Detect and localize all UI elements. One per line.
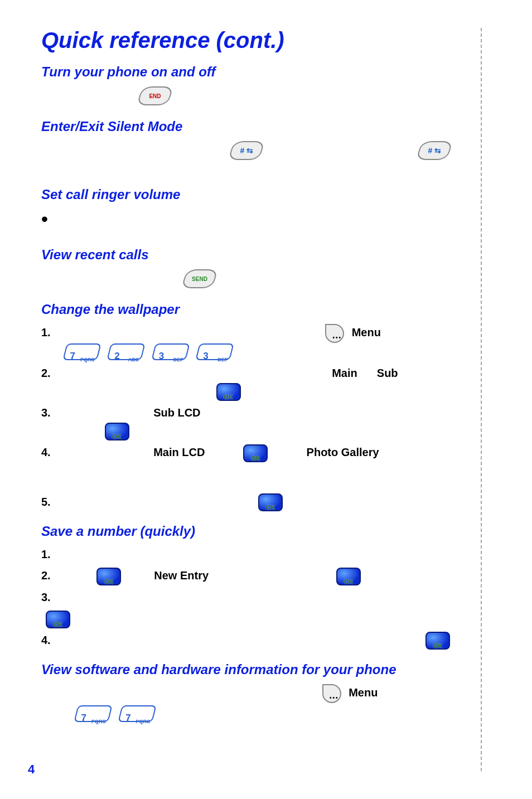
list-item: 2. New Entry [41,565,482,587]
list-item: 5. [41,491,482,513]
save-number-steps: 1. 2. New Entry 3. 4. [41,544,482,651]
left-softkey-icon: ••• [322,684,341,703]
page-number: 4 [28,762,35,777]
page-content: Quick reference (cont.) Turn your phone … [41,28,482,724]
section-silent-mode: Enter/Exit Silent Mode [41,119,482,134]
section-ringer-volume: Set call ringer volume [41,187,482,202]
ok-key-icon [336,568,361,585]
section-view-info: View software and hardware information f… [41,662,482,677]
step-number: 5. [41,491,58,512]
step-number: 1. [41,322,58,343]
photo-gallery-label: Photo Gallery [307,446,379,458]
section-recent-calls: View recent calls [41,247,482,263]
key-3-icon: 3DEF [153,343,188,360]
main-lcd-label: Main LCD [153,446,205,458]
sub-label: Sub [377,367,398,379]
list-item: 1. [41,544,482,565]
send-key-icon: SEND [184,269,215,288]
wallpaper-steps: 1. ••• Menu 7PQRS 2ABC 3DEF 3DEF 2. Main… [41,322,482,512]
section-wallpaper: Change the wallpaper [41,302,482,317]
section-save-number: Save a number (quickly) [41,524,482,539]
step-number: 2. [41,565,58,586]
sub-lcd-label: Sub LCD [153,406,200,419]
ok-key-icon [105,423,129,440]
step-number: 4. [41,442,58,463]
section-turn-phone: Turn your phone on and off [41,64,482,80]
ok-key-icon [258,493,283,511]
list-item [41,380,482,402]
ok-key-icon [46,611,70,628]
end-key-icon: END [139,86,171,105]
hash-key-icon: # ⇆ [231,141,262,160]
page-title: Quick reference (cont.) [41,28,482,53]
key-7-icon: 7PQRS [76,705,110,722]
ok-key-icon [96,568,121,585]
list-item: 3. [41,587,482,629]
menu-label: Menu [352,326,381,338]
hash-key-icon: # ⇆ [419,141,450,160]
bullet-icon: • [41,213,48,224]
left-softkey-icon: ••• [325,324,344,343]
list-item [41,420,482,442]
menu-label: Menu [349,686,378,699]
ok-key-icon [243,444,268,462]
key-7-icon: 7PQRS [120,705,154,722]
list-item: 4. [41,629,482,651]
new-entry-label: New Entry [154,569,209,582]
main-label: Main [332,367,357,379]
step-number: 3. [41,587,58,608]
key-2-icon: 2ABC [109,343,143,360]
ok-key-icon [425,632,450,650]
step-number: 1. [41,544,58,565]
key-3-icon: 3DEF [197,343,232,360]
key-7-icon: 7PQRS [65,343,99,360]
ok-key-icon [216,383,241,401]
